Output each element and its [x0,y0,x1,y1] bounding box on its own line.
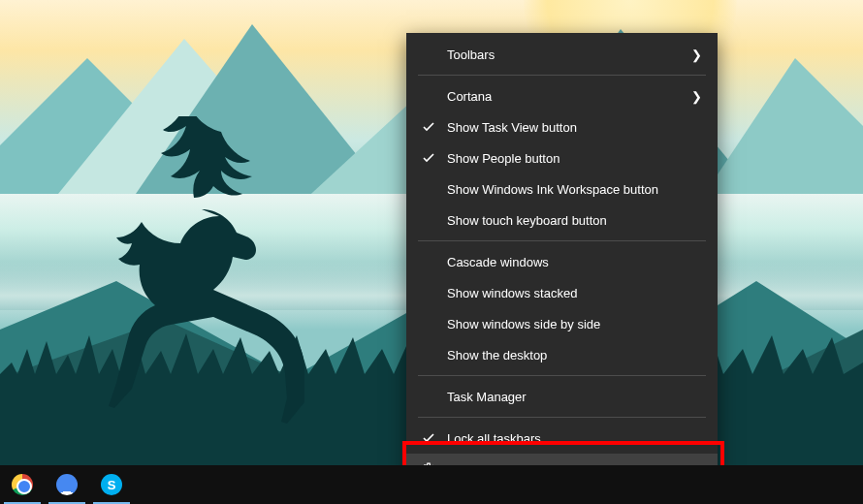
chrome-icon [12,474,33,495]
taskbar[interactable]: S [0,465,863,504]
menu-item-show-ink-workspace[interactable]: Show Windows Ink Workspace button [406,173,718,205]
menu-item-lock-taskbars[interactable]: Lock all taskbars [406,423,718,454]
menu-item-label: Show Windows Ink Workspace button [439,182,702,197]
menu-item-label: Lock all taskbars [439,431,702,446]
menu-separator [418,240,706,241]
taskbar-context-menu: Toolbars ❯ Cortana ❯ Show Task View butt… [406,33,718,490]
menu-item-label: Toolbars [439,47,691,62]
menu-separator [418,75,706,76]
menu-item-label: Show the desktop [439,348,702,362]
menu-item-label: Cortana [439,89,691,104]
menu-item-show-task-view[interactable]: Show Task View button [406,111,718,142]
taskbar-app-nordvpn[interactable] [45,465,89,504]
check-icon [418,121,439,133]
menu-separator [418,375,706,376]
menu-item-cascade-windows[interactable]: Cascade windows [406,246,718,277]
menu-item-label: Cascade windows [439,255,702,269]
wallpaper-deer [39,116,349,446]
check-icon [418,432,439,444]
menu-item-label: Show People button [439,151,702,166]
menu-item-show-touch-keyboard[interactable]: Show touch keyboard button [406,205,718,236]
menu-item-label: Show Task View button [439,120,702,135]
menu-item-show-windows-stacked[interactable]: Show windows stacked [406,277,718,308]
skype-icon: S [101,474,122,495]
menu-item-toolbars[interactable]: Toolbars ❯ [406,39,718,70]
menu-item-task-manager[interactable]: Task Manager [406,381,718,412]
check-icon [418,152,439,164]
chevron-right-icon: ❯ [691,89,702,104]
menu-item-cortana[interactable]: Cortana ❯ [406,80,718,111]
menu-item-show-side-by-side[interactable]: Show windows side by side [406,308,718,339]
menu-item-label: Show touch keyboard button [439,213,702,228]
menu-item-show-desktop[interactable]: Show the desktop [406,339,718,370]
chevron-right-icon: ❯ [691,47,702,62]
menu-item-show-people[interactable]: Show People button [406,142,718,173]
menu-item-label: Show windows side by side [439,317,702,331]
menu-item-label: Task Manager [439,390,702,404]
menu-separator [418,417,706,418]
nordvpn-icon [56,474,78,495]
taskbar-app-chrome[interactable] [0,465,45,504]
svg-marker-5 [698,58,863,213]
taskbar-app-skype[interactable]: S [89,465,134,504]
menu-item-label: Show windows stacked [439,286,702,300]
